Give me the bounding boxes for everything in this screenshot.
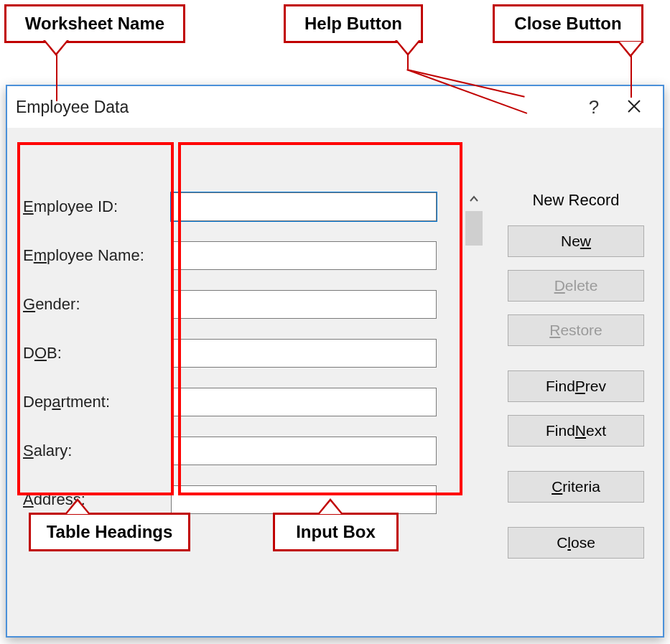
- new-button[interactable]: New: [508, 225, 644, 257]
- dialog-title: Employee Data: [16, 98, 129, 117]
- button-stack: NewDeleteRestoreFind PrevFind NextCriter…: [508, 225, 644, 571]
- field-input[interactable]: [171, 339, 437, 368]
- callout-help-button: Help Button: [284, 4, 423, 43]
- field-input[interactable]: [171, 241, 437, 270]
- chevron-up-icon: [469, 193, 479, 206]
- field-input[interactable]: [171, 437, 437, 465]
- help-button[interactable]: ?: [574, 90, 614, 124]
- criteria-button[interactable]: Criteria: [508, 471, 644, 503]
- scroll-track[interactable]: [468, 246, 480, 644]
- callout-table-headings: Table Headings: [29, 513, 190, 551]
- callout-input-box: Input Box: [273, 513, 399, 551]
- form-grid: Employee ID:Employee Name:Gender:DOB:Dep…: [23, 192, 451, 514]
- delete-button: Delete: [508, 270, 644, 302]
- titlebar: Employee Data ?: [7, 86, 663, 128]
- field-label: DOB:: [23, 344, 171, 363]
- close-window-button[interactable]: [614, 90, 654, 124]
- close-icon: [627, 96, 641, 118]
- field-label: Employee ID:: [23, 197, 171, 216]
- button-column: New Record NewDeleteRestoreFind PrevFind…: [503, 191, 649, 571]
- close-button[interactable]: Close: [508, 527, 644, 559]
- callout-close-button: Close Button: [493, 4, 643, 43]
- callout-worksheet-name: Worksheet Name: [4, 4, 185, 43]
- restore-button: Restore: [508, 314, 644, 346]
- field-label: Address:: [23, 490, 171, 509]
- field-input[interactable]: [171, 192, 437, 221]
- field-label: Gender:: [23, 295, 171, 314]
- field-label: Employee Name:: [23, 246, 171, 265]
- field-input[interactable]: [171, 388, 437, 416]
- scroll-thumb[interactable]: [465, 211, 483, 246]
- record-status: New Record: [532, 191, 619, 210]
- find-prev-button[interactable]: Find Prev: [508, 370, 644, 402]
- field-label: Department:: [23, 393, 171, 411]
- find-next-button[interactable]: Find Next: [508, 415, 644, 447]
- field-label: Salary:: [23, 442, 171, 460]
- scroll-up-button[interactable]: [464, 191, 484, 208]
- record-scrollbar[interactable]: [464, 191, 484, 644]
- field-input[interactable]: [171, 485, 437, 514]
- field-input[interactable]: [171, 290, 437, 319]
- data-form-dialog: Employee Data ? Employee ID:Employee Nam…: [6, 85, 664, 638]
- question-icon: ?: [589, 96, 599, 118]
